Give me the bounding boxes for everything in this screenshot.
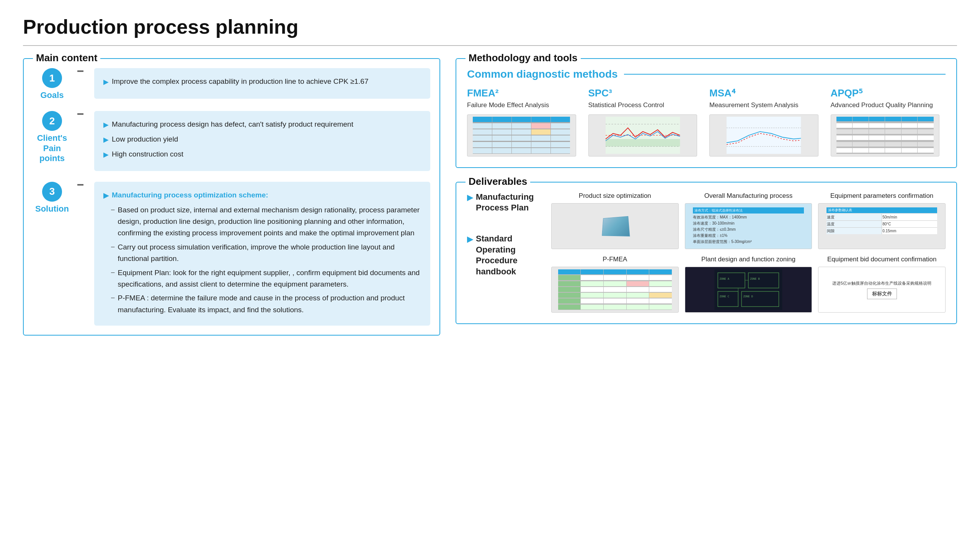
left-panel: Main content 1 Goals ▶ Improve the compl… bbox=[23, 58, 440, 336]
methods-grid: FMEA² Failure Mode Effect Analysis bbox=[467, 87, 946, 156]
pain-bullet-3-text: High construction cost bbox=[112, 148, 421, 160]
pain-title: Client's Pain points bbox=[33, 133, 71, 163]
solution-sub-3-text: Equipment Plan: look for the right equip… bbox=[118, 267, 421, 290]
thumb-overall-mfg: Overall Manufacturing process 涂布方式：辊涂式选择… bbox=[685, 192, 812, 249]
pain-bullet-2: ▶ Low production yield bbox=[103, 134, 421, 145]
deliverable-item-1: ▶ Manufacturing Process Plan bbox=[467, 192, 544, 214]
method-msa: MSA⁴ Measurement System Analysis bbox=[703, 87, 825, 156]
deliverables-items-container: ▶ Manufacturing Process Plan ▶ Standard … bbox=[467, 192, 544, 277]
bullet-arrow-icon-3: ▶ bbox=[103, 134, 109, 145]
thumb-product-size: Product size optimization bbox=[551, 192, 679, 249]
dash-icon-3: – bbox=[111, 267, 114, 277]
thumb-label-equip-bid: Equipment bid document confirmation bbox=[827, 255, 936, 264]
spc-desc: Statistical Process Control bbox=[588, 101, 697, 110]
method-title-text: Common diagnostic methods bbox=[467, 68, 618, 80]
goals-number: 1 bbox=[42, 68, 62, 88]
thumb-image-product-size bbox=[551, 203, 679, 249]
main-layout: Main content 1 Goals ▶ Improve the compl… bbox=[23, 58, 957, 336]
deliverables-panel-label: Deliverables bbox=[466, 176, 530, 187]
thumb-pfmea: P-FMEA bbox=[551, 255, 679, 313]
pain-bullet-1: ▶ Manufacturing process design has defec… bbox=[103, 119, 421, 130]
method-spc: SPC³ Statistical Process Control bbox=[582, 87, 704, 156]
thumb-label-overall-mfg: Overall Manufacturing process bbox=[704, 192, 793, 200]
bullet-arrow-icon-4: ▶ bbox=[103, 149, 109, 160]
apqp-image bbox=[831, 114, 940, 156]
solution-title: Solution bbox=[35, 204, 69, 214]
msa-desc: Measurement System Analysis bbox=[709, 101, 818, 110]
solution-section-left: 3 Solution bbox=[33, 182, 71, 214]
page-title: Production process planning bbox=[23, 15, 957, 38]
pain-bullet-1-text: Manufacturing process design has defect,… bbox=[112, 119, 421, 130]
msa-abbr: MSA⁴ bbox=[709, 87, 818, 99]
goals-bracket bbox=[77, 70, 84, 72]
deliverable-item-2: ▶ Standard Operating Procedure handbook bbox=[467, 233, 544, 277]
fmea-abbr: FMEA² bbox=[467, 87, 576, 99]
goals-bullet-1: ▶ Improve the complex process capability… bbox=[103, 76, 421, 88]
svg-text:ZONE A: ZONE A bbox=[720, 277, 730, 280]
3d-box-visual bbox=[602, 216, 630, 236]
apqp-table-visual bbox=[836, 117, 934, 154]
solution-highlight-text: Manufacturing process optimization schem… bbox=[112, 189, 421, 201]
goals-bullet-1-text: Improve the complex process capability i… bbox=[112, 76, 421, 87]
deliverable-arrow-2: ▶ bbox=[467, 234, 473, 244]
msa-chart-visual bbox=[715, 117, 812, 154]
thumb-image-equip-params: 涂布参数确认表 速度50m/min 温度80°C 间隙0.15mm bbox=[818, 203, 946, 249]
goals-title: Goals bbox=[40, 90, 64, 100]
solution-sub-3: – Equipment Plan: look for the right equ… bbox=[111, 267, 421, 290]
goals-section-left: 1 Goals bbox=[33, 68, 71, 100]
pain-bracket bbox=[77, 113, 84, 115]
left-panel-label: Main content bbox=[33, 52, 100, 64]
deliverable-arrow-1: ▶ bbox=[467, 192, 473, 202]
svg-text:ZONE B: ZONE B bbox=[750, 277, 760, 280]
bullet-arrow-icon-5: ▶ bbox=[103, 190, 109, 201]
msa-image bbox=[709, 114, 818, 156]
spc-chart-visual bbox=[594, 117, 691, 154]
solution-sub-4-text: P-FMEA : determine the failure mode and … bbox=[118, 292, 421, 316]
goals-section: 1 Goals ▶ Improve the complex process ca… bbox=[33, 68, 430, 100]
method-title-line bbox=[624, 74, 946, 75]
equip-params-visual: 涂布参数确认表 速度50m/min 温度80°C 间隙0.15mm bbox=[825, 206, 939, 246]
pain-bullet-3: ▶ High construction cost bbox=[103, 148, 421, 160]
svg-rect-5 bbox=[727, 117, 801, 154]
thumb-label-equip-params: Equipment parameters confirmation bbox=[830, 192, 933, 200]
deliverable-text-1: Manufacturing Process Plan bbox=[476, 192, 544, 214]
solution-sub-1: – Based on product size, internal and ex… bbox=[111, 204, 421, 239]
spc-abbr: SPC³ bbox=[588, 87, 697, 99]
methodology-panel: Methodology and tools Common diagnostic … bbox=[456, 58, 957, 168]
title-divider bbox=[23, 45, 957, 46]
method-title: Common diagnostic methods bbox=[467, 68, 946, 80]
pain-content: ▶ Manufacturing process design has defec… bbox=[94, 111, 430, 171]
goals-content: ▶ Improve the complex process capability… bbox=[94, 68, 430, 99]
thumb-label-product-size: Product size optimization bbox=[579, 192, 651, 200]
solution-number: 3 bbox=[42, 182, 62, 202]
dash-icon-2: – bbox=[111, 241, 114, 252]
solution-highlight-bullet: ▶ Manufacturing process optimization sch… bbox=[103, 189, 421, 201]
svg-text:ZONE C: ZONE C bbox=[720, 294, 730, 298]
coating-text-visual: 涂布方式：辊涂式选择性涂布法 有效涂布宽度：MAX：1400mm 涂布速度：30… bbox=[691, 206, 805, 246]
thumb-plant-design: Plant design and function zoning ZONE bbox=[685, 255, 812, 313]
pain-section-left: 2 Client's Pain points bbox=[33, 111, 71, 163]
bullet-arrow-icon: ▶ bbox=[103, 77, 109, 88]
deliverables-grid: ▶ Manufacturing Process Plan ▶ Standard … bbox=[467, 192, 946, 313]
fmea-table-visual bbox=[473, 117, 570, 154]
thumb-label-pfmea: P-FMEA bbox=[603, 255, 627, 264]
spc-image bbox=[588, 114, 697, 156]
solution-bracket bbox=[77, 184, 84, 186]
svg-text:ZONE D: ZONE D bbox=[743, 294, 753, 298]
fmea-image bbox=[467, 114, 576, 156]
deliverables-panel: Deliverables ▶ Manufacturing Process Pla… bbox=[456, 182, 957, 324]
pain-number: 2 bbox=[42, 111, 62, 131]
thumb-image-pfmea bbox=[551, 267, 679, 313]
thumb-equip-params: Equipment parameters confirmation 涂布参数确认… bbox=[818, 192, 946, 249]
solution-sub-4: – P-FMEA : determine the failure mode an… bbox=[111, 292, 421, 316]
method-apqp: APQP⁵ Advanced Product Quality Planning bbox=[825, 87, 946, 156]
thumb-image-overall-mfg: 涂布方式：辊涂式选择性涂布法 有效涂布宽度：MAX：1400mm 涂布速度：30… bbox=[685, 203, 812, 249]
thumb-image-plant-design: ZONE A ZONE B ZONE C ZONE D bbox=[685, 267, 812, 313]
fmea-desc: Failure Mode Effect Analysis bbox=[467, 101, 576, 110]
bullet-arrow-icon-2: ▶ bbox=[103, 119, 109, 130]
deliverables-thumbnails: Product size optimization Overall Manufa… bbox=[551, 192, 946, 313]
solution-sub-1-text: Based on product size, internal and exte… bbox=[118, 204, 421, 239]
solution-sub-2-text: Carry out process simulation verificatio… bbox=[118, 241, 421, 265]
pain-points-section: 2 Client's Pain points ▶ Manufacturing p… bbox=[33, 111, 430, 171]
solution-content: ▶ Manufacturing process optimization sch… bbox=[94, 182, 430, 326]
